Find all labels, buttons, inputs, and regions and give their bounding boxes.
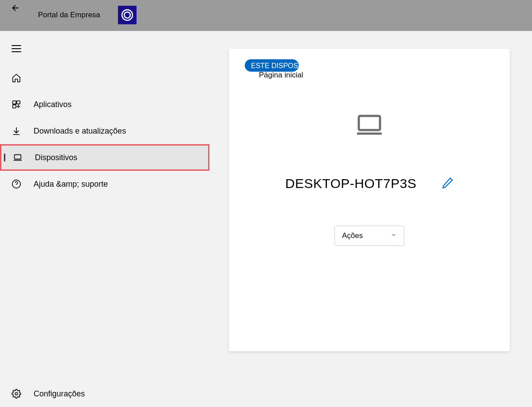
- sidebar-item-label: Dispositivos: [35, 153, 77, 162]
- svg-point-0: [122, 10, 133, 20]
- svg-point-1: [124, 12, 130, 18]
- main-panel: ESTE DISPOSIT Página inicial DESKTOP-HOT…: [212, 31, 532, 407]
- sidebar-item-apps[interactable]: Aplicativos: [0, 91, 212, 118]
- device-name-row: DESKTOP-HOT7P3S: [229, 176, 510, 191]
- svg-rect-4: [13, 105, 16, 108]
- hamburger-menu-button[interactable]: [0, 42, 212, 65]
- sidebar-item-label: Ajuda &amp; suporte: [34, 180, 108, 189]
- chevron-down-icon: [391, 231, 397, 240]
- svg-rect-3: [17, 101, 20, 104]
- svg-rect-2: [13, 101, 16, 104]
- actions-row: Ações: [229, 226, 510, 246]
- actions-dropdown[interactable]: Ações: [334, 226, 404, 246]
- sidebar: Aplicativos Downloads e atualizações Dis…: [0, 31, 212, 407]
- svg-rect-8: [359, 116, 380, 130]
- sidebar-item-downloads[interactable]: Downloads e atualizações: [0, 118, 212, 144]
- edit-pencil-icon[interactable]: [441, 177, 454, 191]
- titlebar: Portal da Empresa: [0, 0, 532, 31]
- help-icon: [11, 179, 21, 189]
- app-title: Portal da Empresa: [38, 11, 100, 19]
- app-logo-icon: [118, 6, 137, 24]
- sidebar-item-label: Downloads e atualizações: [34, 127, 126, 136]
- actions-dropdown-label: Ações: [342, 231, 363, 240]
- sidebar-item-home[interactable]: [0, 65, 212, 91]
- sidebar-item-label: Configurações: [34, 389, 85, 399]
- laptop-large-icon: [356, 114, 383, 137]
- laptop-icon: [13, 153, 23, 162]
- back-button[interactable]: [11, 3, 20, 15]
- device-name: DESKTOP-HOT7P3S: [285, 176, 416, 191]
- svg-rect-5: [15, 155, 21, 159]
- apps-icon: [11, 100, 21, 109]
- home-icon: [11, 73, 21, 83]
- this-device-badge: ESTE DISPOSIT: [245, 59, 299, 72]
- sidebar-item-devices[interactable]: Dispositivos: [0, 144, 209, 171]
- sidebar-item-settings[interactable]: Configurações: [0, 380, 212, 407]
- sidebar-item-help[interactable]: Ajuda &amp; suporte: [0, 171, 212, 197]
- download-icon: [11, 126, 21, 136]
- sidebar-item-label: Aplicativos: [34, 100, 72, 109]
- device-card: ESTE DISPOSIT Página inicial DESKTOP-HOT…: [229, 49, 510, 351]
- device-icon-wrap: [229, 114, 510, 137]
- breadcrumb[interactable]: Página inicial: [259, 71, 303, 80]
- svg-point-7: [15, 392, 18, 395]
- gear-icon: [11, 389, 21, 399]
- content-area: Aplicativos Downloads e atualizações Dis…: [0, 31, 532, 407]
